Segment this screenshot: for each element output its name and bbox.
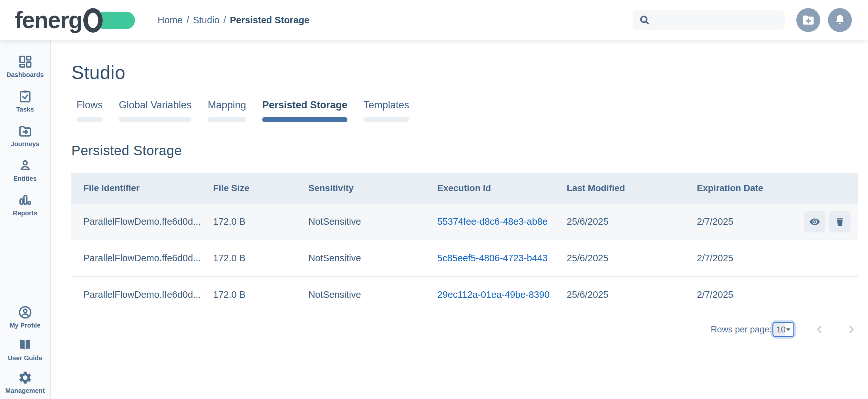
rows-per-page-label: Rows per page: [711, 325, 772, 335]
cell-sensitivity: NotSensitive [308, 253, 437, 263]
cell-file-identifier: ParallelFlowDemo.ffe6d0d... [71, 253, 213, 263]
breadcrumb-separator: / [186, 15, 189, 26]
chevron-left-icon [814, 324, 825, 335]
breadcrumb-home[interactable]: Home [158, 15, 182, 26]
book-icon [18, 338, 33, 352]
tab-global-variables[interactable]: Global Variables [114, 100, 197, 122]
logo-o-ring [83, 11, 103, 30]
column-header-sensitivity: Sensitivity [308, 183, 437, 193]
cell-last-modified: 25/6/2025 [567, 289, 697, 300]
sidebar-item-reports[interactable]: Reports [0, 193, 50, 217]
tab-bar: Flows Global Variables Mapping Persisted… [71, 100, 858, 122]
search-icon [639, 14, 650, 26]
sidebar-bottom-group: My Profile User Guide Management [0, 305, 50, 395]
sidebar-label: Tasks [16, 106, 34, 113]
section-title: Persisted Storage [71, 143, 858, 159]
cell-file-identifier: ParallelFlowDemo.ffe6d0d... [71, 289, 213, 300]
profile-icon [18, 305, 33, 320]
sidebar-item-dashboards[interactable]: Dashboards [0, 54, 50, 79]
cell-last-modified: 25/6/2025 [567, 216, 697, 227]
sidebar-item-entities[interactable]: Entities [0, 158, 50, 182]
sidebar-label: Dashboards [6, 71, 44, 79]
column-header-execution-id: Execution Id [437, 183, 567, 193]
tab-underline [364, 117, 409, 122]
entities-icon [18, 158, 33, 173]
previous-page-button[interactable] [813, 323, 826, 336]
tab-label: Flows [76, 100, 103, 117]
table-row[interactable]: ParallelFlowDemo.ffe6d0d... 172.0 B NotS… [71, 277, 858, 313]
sidebar: Dashboards Tasks Journeys [0, 40, 51, 399]
tab-underline [76, 117, 103, 122]
reports-icon [18, 193, 33, 207]
tab-mapping[interactable]: Mapping [203, 100, 251, 122]
tab-templates[interactable]: Templates [359, 100, 414, 122]
search-input[interactable] [655, 15, 779, 25]
eye-icon [809, 216, 821, 228]
sidebar-item-journeys[interactable]: Journeys [0, 123, 50, 148]
cell-sensitivity: NotSensitive [308, 216, 437, 227]
logo-o-mark [83, 10, 135, 30]
breadcrumb-separator: / [223, 15, 226, 26]
table-row[interactable]: ParallelFlowDemo.ffe6d0d... 172.0 B NotS… [71, 240, 858, 277]
page-title: Studio [71, 61, 858, 83]
cell-sensitivity: NotSensitive [308, 289, 437, 300]
cell-expiration-date: 2/7/2025 [697, 216, 733, 227]
execution-id-link[interactable]: 5c85eef5-4806-4723-b443 [437, 253, 548, 263]
chevron-right-icon [846, 324, 857, 335]
fenergo-logo[interactable]: fenerg [15, 7, 135, 33]
execution-id-link[interactable]: 55374fee-d8c6-48e3-ab8e [437, 216, 548, 227]
execution-id-link[interactable]: 29ec112a-01ea-49be-8390 [437, 289, 550, 300]
main-content: Studio Flows Global Variables Mapping Pe… [51, 40, 868, 399]
column-header-file-size: File Size [213, 183, 308, 193]
rows-per-page-select[interactable]: 10 [772, 322, 795, 337]
dashboard-icon [18, 54, 33, 69]
tab-underline [208, 117, 246, 122]
gear-icon [18, 370, 33, 385]
tab-label: Templates [364, 100, 409, 117]
sidebar-label: My Profile [10, 322, 41, 329]
trash-icon [834, 216, 846, 228]
tab-label: Global Variables [119, 100, 191, 117]
sidebar-item-user-guide[interactable]: User Guide [0, 338, 50, 362]
topbar: fenerg Home / Studio / Persisted Storage [0, 0, 868, 40]
sidebar-label: Journeys [11, 140, 39, 148]
table-header-row: File Identifier File Size Sensitivity Ex… [71, 173, 858, 204]
sidebar-label: Reports [13, 209, 37, 217]
sidebar-label: Management [5, 387, 44, 395]
tasks-icon [18, 89, 33, 104]
breadcrumb: Home / Studio / Persisted Storage [158, 15, 309, 26]
view-button[interactable] [804, 211, 826, 232]
logo-wordmark: fenerg [15, 7, 82, 33]
cell-expiration-date: 2/7/2025 [697, 289, 733, 300]
tab-flows[interactable]: Flows [71, 100, 108, 122]
sidebar-top-group: Dashboards Tasks Journeys [0, 54, 50, 217]
tab-underline-active [262, 117, 347, 122]
bell-icon [833, 13, 847, 27]
cell-file-size: 172.0 B [213, 253, 308, 263]
sidebar-item-management[interactable]: Management [0, 370, 50, 395]
cell-last-modified: 25/6/2025 [567, 253, 697, 263]
cell-expiration-date: 2/7/2025 [697, 253, 733, 263]
tab-persisted-storage[interactable]: Persisted Storage [257, 100, 352, 122]
tab-label: Mapping [208, 100, 246, 117]
sidebar-label: Entities [13, 175, 36, 182]
delete-button[interactable] [829, 211, 850, 232]
column-header-expiration-date: Expiration Date [697, 183, 858, 193]
rows-per-page-value: 10 [776, 325, 786, 335]
table-row[interactable]: ParallelFlowDemo.ffe6d0d... 172.0 B NotS… [71, 204, 858, 240]
sidebar-item-my-profile[interactable]: My Profile [0, 305, 50, 329]
tab-underline [119, 117, 191, 122]
sidebar-label: User Guide [8, 354, 42, 362]
pagination: Rows per page: 10 [71, 322, 858, 337]
sidebar-item-tasks[interactable]: Tasks [0, 89, 50, 113]
breadcrumb-current: Persisted Storage [230, 15, 310, 26]
next-page-button[interactable] [845, 323, 858, 336]
notifications-button[interactable] [828, 8, 852, 32]
row-actions [804, 211, 850, 232]
column-header-last-modified: Last Modified [567, 183, 697, 193]
caret-down-icon [786, 327, 791, 332]
search-box[interactable] [633, 10, 785, 30]
cell-file-size: 172.0 B [213, 289, 308, 300]
create-new-button[interactable] [796, 8, 820, 32]
breadcrumb-studio[interactable]: Studio [193, 15, 219, 26]
